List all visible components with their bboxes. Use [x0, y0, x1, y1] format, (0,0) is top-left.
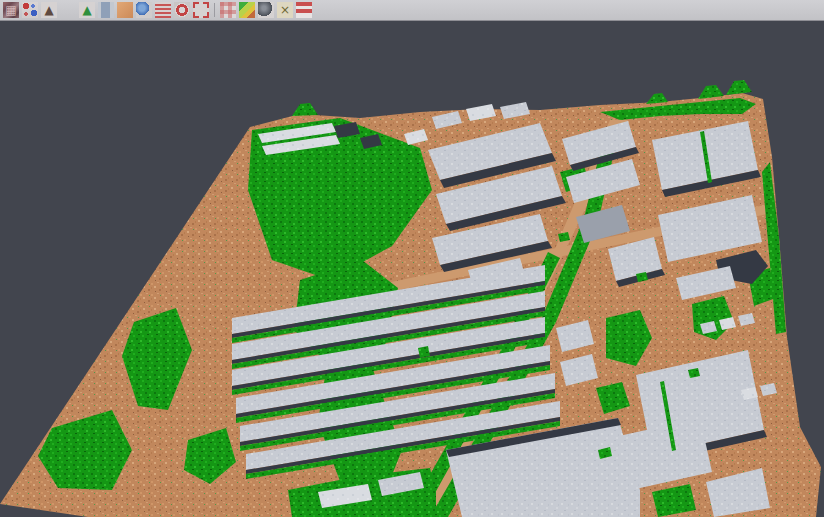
globe-icon[interactable]: [136, 2, 152, 18]
clear-cross-icon[interactable]: ×: [277, 2, 293, 18]
viewport-svg: [0, 22, 824, 517]
scene-polygon: [726, 80, 752, 95]
dark-sphere-icon[interactable]: [258, 2, 274, 18]
layers-red-icon[interactable]: [155, 2, 171, 18]
scene-polygon: [292, 103, 318, 116]
scene-polygon: [418, 346, 430, 358]
terrain-green-icon[interactable]: ▲: [79, 2, 95, 18]
banner-red-icon[interactable]: [296, 2, 312, 18]
app-window: ▦▲▲×: [0, 0, 824, 517]
classified-points-icon[interactable]: ▦: [3, 2, 19, 18]
align-points-icon[interactable]: [22, 2, 38, 18]
grid-red-icon[interactable]: [220, 2, 236, 18]
target-red-icon[interactable]: [174, 2, 190, 18]
toolbar-separator: [214, 3, 215, 17]
sparse-points-icon[interactable]: [60, 2, 76, 18]
ortho-tile-icon[interactable]: [117, 2, 133, 18]
profile-panel-icon[interactable]: [98, 2, 114, 18]
mound-brown-icon[interactable]: ▲: [41, 2, 57, 18]
classes-palette-icon[interactable]: [239, 2, 255, 18]
crop-red-icon[interactable]: [193, 2, 209, 18]
scene-polygon: [38, 410, 132, 490]
viewport-3d[interactable]: [0, 22, 824, 517]
toolbar: ▦▲▲×: [0, 0, 824, 21]
